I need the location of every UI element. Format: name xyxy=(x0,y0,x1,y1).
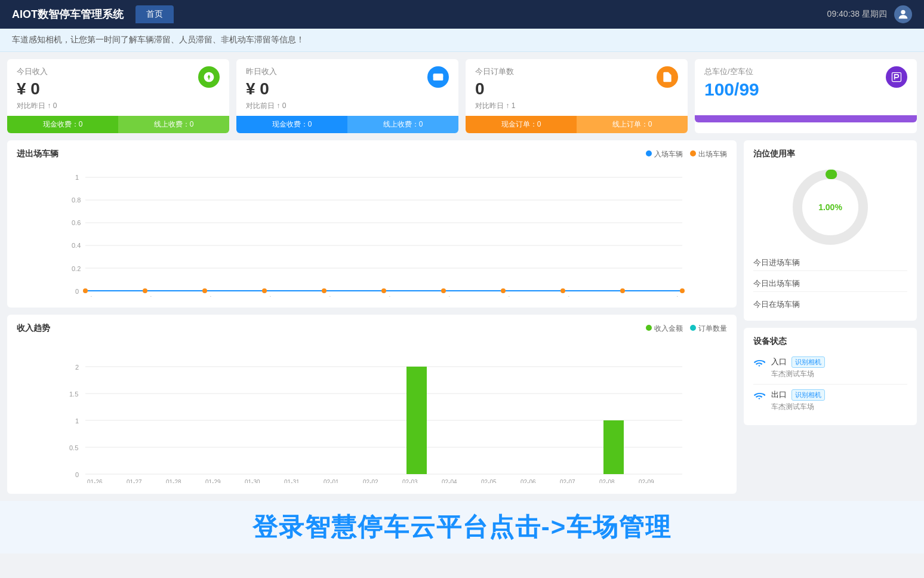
stat-card-today-orders: 今日订单数 0 对比昨日 ↑ 1 现金订单：0 线上订单：0 xyxy=(466,59,688,133)
wifi-icon-entrance xyxy=(753,358,765,373)
parking-spaces-icon xyxy=(886,66,907,88)
parking-usage-card: 泊位使用率 1.00% 今日进场车辆 今日出场车辆 xyxy=(744,140,917,321)
subtitle-bar: 车道感知相机，让您第一时间了解车辆滞留、人员滞留、非机动车滞留等信息！ xyxy=(0,29,924,52)
svg-point-20 xyxy=(322,288,327,293)
svg-text:01-29: 01-29 xyxy=(205,479,221,483)
svg-text:02点: 02点 xyxy=(141,296,155,297)
today-cash-fee: 现金收费：0 xyxy=(7,116,118,133)
device-direction-entrance: 入口 识别相机 xyxy=(771,356,907,368)
svg-text:01点: 01点 xyxy=(81,296,95,297)
today-income-title: 今日收入 xyxy=(17,66,220,77)
wifi-icon-exit xyxy=(753,391,765,405)
legend-dot-orange xyxy=(690,150,696,156)
parking-bottom xyxy=(695,115,917,122)
bottom-banner: 登录智慧停车云平台点击->车场管理 xyxy=(0,501,924,554)
yesterday-income-icon xyxy=(427,66,449,88)
today-income-compare: 对比昨日 ↑ 0 xyxy=(17,101,220,111)
stat-card-parking-spaces: 总车位/空车位 100/99 xyxy=(695,59,917,133)
legend-revenue: 收入金额 xyxy=(646,324,683,334)
bar-13 xyxy=(603,420,624,474)
parking-stat-in: 今日进场车辆 xyxy=(753,255,907,271)
today-orders-compare: 对比昨日 ↑ 1 xyxy=(475,101,678,111)
svg-text:1: 1 xyxy=(75,417,79,425)
nav-item-home[interactable]: 首页 xyxy=(135,5,174,23)
yesterday-cash-fee: 现金收费：0 xyxy=(236,116,347,133)
datetime-display: 09:40:38 星期四 xyxy=(827,9,887,20)
svg-point-24 xyxy=(560,288,565,293)
svg-rect-1 xyxy=(433,73,443,81)
today-orders-icon xyxy=(657,66,678,88)
device-location-exit: 车杰测试车场 xyxy=(771,402,907,412)
svg-text:01-26: 01-26 xyxy=(87,479,103,483)
device-tag-entrance: 识别相机 xyxy=(791,356,825,368)
revenue-trend-header: 收入趋势 收入金额 订单数量 xyxy=(17,323,727,334)
svg-text:0.4: 0.4 xyxy=(72,242,81,249)
revenue-trend-svg: 0 0.5 1 1.5 2 xyxy=(17,340,727,483)
device-direction-exit: 出口 识别相机 xyxy=(771,389,907,401)
device-info-entrance: 入口 识别相机 车杰测试车场 xyxy=(771,356,907,379)
svg-text:02-06: 02-06 xyxy=(520,479,536,483)
svg-text:03点: 03点 xyxy=(201,296,214,297)
svg-text:10点: 10点 xyxy=(667,296,681,297)
today-online-orders: 线上订单：0 xyxy=(577,116,688,133)
svg-point-18 xyxy=(202,288,207,293)
svg-text:02-01: 02-01 xyxy=(324,479,339,483)
today-online-fee: 线上收费：0 xyxy=(118,116,229,133)
svg-text:2: 2 xyxy=(75,364,79,371)
svg-text:1: 1 xyxy=(75,174,79,181)
yesterday-income-title: 昨日收入 xyxy=(246,66,449,77)
svg-text:07点: 07点 xyxy=(439,296,453,297)
today-income-value: ¥ 0 xyxy=(17,79,220,99)
svg-point-21 xyxy=(381,288,386,293)
svg-text:02-04: 02-04 xyxy=(442,479,457,483)
svg-text:09点: 09点 xyxy=(559,296,572,297)
legend-entry-in: 入场车辆 xyxy=(646,149,683,159)
avatar[interactable] xyxy=(894,5,912,23)
svg-point-26 xyxy=(680,288,685,293)
svg-point-19 xyxy=(262,288,267,293)
device-item-exit: 出口 识别相机 车杰测试车场 xyxy=(753,385,907,417)
revenue-trend-title: 收入趋势 xyxy=(17,323,50,334)
svg-text:06点: 06点 xyxy=(380,296,393,297)
revenue-trend-legend: 收入金额 订单数量 xyxy=(646,324,727,334)
svg-text:0.8: 0.8 xyxy=(72,196,81,204)
svg-text:01-28: 01-28 xyxy=(166,479,181,483)
svg-text:0.2: 0.2 xyxy=(72,265,81,272)
svg-text:0.5: 0.5 xyxy=(69,444,78,451)
today-income-bottom: 现金收费：0 线上收费：0 xyxy=(7,116,229,133)
legend-dot-blue xyxy=(646,150,652,156)
parking-stat-out: 今日出场车辆 xyxy=(753,276,907,292)
subtitle-text: 车道感知相机，让您第一时间了解车辆滞留、人员滞留、非机动车滞留等信息！ xyxy=(12,35,304,44)
parking-spaces-bottom xyxy=(695,115,917,122)
svg-text:0: 0 xyxy=(75,288,79,295)
parking-spaces-value: 100/99 xyxy=(704,79,907,100)
vehicle-flow-svg-wrap: 0 0.2 0.4 0.6 0.8 1 xyxy=(17,165,727,299)
svg-text:08点: 08点 xyxy=(499,296,513,297)
today-orders-bottom: 现金订单：0 线上订单：0 xyxy=(466,116,688,133)
svg-text:02-03: 02-03 xyxy=(402,479,418,483)
legend-dot-teal xyxy=(690,325,696,331)
parking-stats: 今日进场车辆 今日出场车辆 今日在场车辆 xyxy=(753,255,907,312)
bar-8 xyxy=(406,367,427,474)
device-location-entrance: 车杰测试车场 xyxy=(771,369,907,379)
svg-point-17 xyxy=(143,288,147,293)
yesterday-income-value: ¥ 0 xyxy=(246,79,449,99)
svg-text:02-09: 02-09 xyxy=(639,479,654,483)
svg-point-23 xyxy=(501,288,506,293)
svg-text:05点: 05点 xyxy=(320,296,334,297)
revenue-trend-chart: 收入趋势 收入金额 订单数量 0 0.5 1 1.5 2 xyxy=(7,315,737,494)
svg-point-0 xyxy=(901,10,905,14)
vehicle-flow-legend: 入场车辆 出场车辆 xyxy=(646,149,727,159)
vehicle-flow-chart: 进出场车辆 入场车辆 出场车辆 0 0.2 0.4 0.6 0.8 1 xyxy=(7,140,737,308)
device-tag-exit: 识别相机 xyxy=(791,389,825,401)
charts-right: 泊位使用率 1.00% 今日进场车辆 今日出场车辆 xyxy=(744,140,917,494)
svg-text:0.6: 0.6 xyxy=(72,219,81,226)
bottom-banner-text: 登录智慧停车云平台点击->车场管理 xyxy=(252,513,672,541)
donut-percentage: 1.00% xyxy=(818,202,842,212)
svg-text:02-05: 02-05 xyxy=(481,479,497,483)
svg-point-22 xyxy=(441,288,446,293)
svg-text:02-07: 02-07 xyxy=(560,479,575,483)
svg-point-16 xyxy=(83,288,88,293)
charts-left: 进出场车辆 入场车辆 出场车辆 0 0.2 0.4 0.6 0.8 1 xyxy=(7,140,737,494)
legend-entry-out: 出场车辆 xyxy=(690,149,727,159)
